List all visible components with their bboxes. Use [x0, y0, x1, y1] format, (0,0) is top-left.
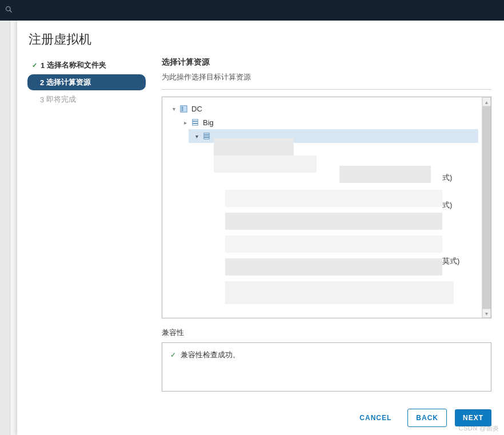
- cluster-icon: [191, 118, 199, 127]
- tree-node-datacenter[interactable]: ▾ DC: [165, 102, 479, 115]
- tree-node-cluster-big[interactable]: ▸ Big: [165, 115, 479, 129]
- chevron-down-icon[interactable]: ▾: [170, 106, 177, 112]
- cancel-button[interactable]: CANCEL: [351, 409, 399, 426]
- compute-resource-tree[interactable]: ▾ DC ▸ Big ▾: [162, 97, 482, 318]
- wizard-footer: CANCEL BACK NEXT: [17, 401, 504, 435]
- wizard-body: ✓ 1 选择名称和文件夹 2 选择计算资源 3 即将完成 选择计算资源 为此操作…: [17, 57, 504, 401]
- svg-rect-8: [193, 123, 198, 125]
- svg-rect-5: [182, 110, 183, 111]
- scroll-up-arrow-icon[interactable]: ▴: [482, 97, 491, 106]
- tree-node-label: Big: [203, 118, 214, 127]
- background-left-panel: [0, 21, 10, 435]
- compute-resource-tree-box: ▾ DC ▸ Big ▾: [162, 97, 491, 318]
- step-number: 1: [41, 61, 45, 70]
- step-label: 选择名称和文件夹: [47, 60, 106, 70]
- check-icon: ✓: [32, 62, 37, 69]
- register-vm-wizard: 注册虚拟机 ✓ 1 选择名称和文件夹 2 选择计算资源 3 即将完成 选择计算资…: [17, 21, 504, 435]
- svg-rect-3: [182, 106, 183, 107]
- chevron-down-icon[interactable]: ▾: [193, 133, 200, 139]
- compatibility-section-label: 兼容性: [162, 328, 491, 338]
- redacted-area: [191, 138, 482, 310]
- compatibility-status-box: ✓ 兼容性检查成功。: [162, 342, 491, 392]
- wizard-steps: ✓ 1 选择名称和文件夹 2 选择计算资源 3 即将完成: [17, 57, 146, 401]
- tree-node-selected-cluster[interactable]: ▾: [189, 129, 478, 143]
- step-label: 选择计算资源: [46, 77, 91, 87]
- tree-node-label: DC: [191, 105, 202, 113]
- cluster-icon: [202, 132, 211, 141]
- compatibility-status-text: 兼容性检查成功。: [181, 350, 240, 360]
- svg-rect-6: [193, 119, 198, 121]
- search-icon[interactable]: [5, 5, 13, 16]
- svg-rect-9: [204, 133, 209, 134]
- app-topbar: [0, 0, 504, 21]
- tree-scrollbar[interactable]: ▴ ▾: [482, 97, 491, 318]
- svg-point-0: [6, 6, 11, 11]
- step-label: 即将完成: [46, 94, 76, 105]
- scrollbar-thumb[interactable]: [482, 106, 491, 309]
- check-icon: ✓: [170, 350, 176, 360]
- step-number: 3: [40, 95, 44, 104]
- step-number: 2: [40, 78, 44, 87]
- obscured-suffix: 莫式): [442, 256, 459, 266]
- wizard-content: 选择计算资源 为此操作选择目标计算资源 ▾ DC ▸: [146, 57, 504, 401]
- obscured-suffix: 式): [442, 173, 452, 183]
- datacenter-icon: [179, 105, 188, 113]
- svg-rect-11: [204, 137, 209, 139]
- obscured-suffix: 式): [442, 200, 452, 210]
- wizard-step-name-folder[interactable]: ✓ 1 选择名称和文件夹: [27, 57, 146, 73]
- wizard-title: 注册虚拟机: [17, 21, 504, 57]
- svg-line-1: [10, 10, 11, 12]
- svg-rect-4: [182, 108, 183, 109]
- wizard-step-compute-resource[interactable]: 2 选择计算资源: [27, 74, 146, 90]
- scroll-down-arrow-icon[interactable]: ▾: [482, 309, 491, 318]
- svg-rect-2: [181, 105, 187, 111]
- back-button[interactable]: BACK: [407, 409, 447, 427]
- wizard-step-ready: 3 即将完成: [27, 91, 146, 107]
- chevron-right-icon[interactable]: ▸: [182, 119, 189, 126]
- svg-rect-7: [193, 121, 198, 123]
- svg-rect-10: [204, 135, 209, 137]
- content-heading: 选择计算资源: [162, 57, 491, 67]
- content-subheading: 为此操作选择目标计算资源: [162, 72, 491, 82]
- separator: [162, 89, 491, 90]
- next-button[interactable]: NEXT: [455, 409, 491, 426]
